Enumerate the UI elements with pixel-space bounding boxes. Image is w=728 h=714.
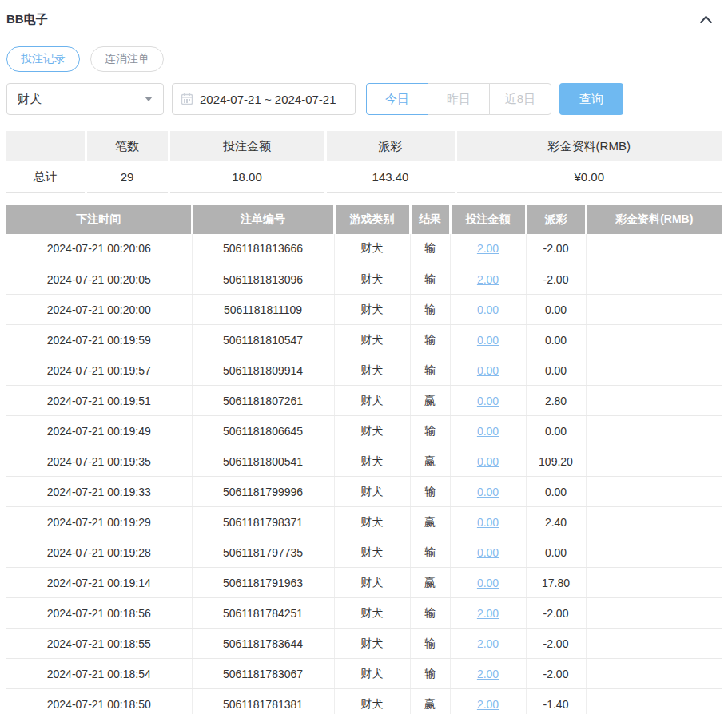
bet-time: 2024-07-21 00:20:06 bbox=[6, 234, 192, 264]
game-select[interactable]: 财犬 bbox=[6, 83, 164, 115]
bet-id: 5061181813096 bbox=[192, 264, 334, 295]
bet-payout: -2.00 bbox=[526, 659, 586, 689]
bet-id: 5061181799996 bbox=[192, 477, 334, 507]
quick-range-group: 今日 昨日 近8日 bbox=[366, 83, 551, 115]
bet-amount-link[interactable]: 0.00 bbox=[477, 455, 499, 468]
summary-header-bonus: 彩金资料(RMB) bbox=[455, 131, 722, 161]
bet-game: 财犬 bbox=[334, 446, 410, 477]
bet-amount-link[interactable]: 0.00 bbox=[477, 303, 499, 316]
bet-bonus bbox=[586, 477, 722, 507]
bet-bonus bbox=[586, 537, 722, 568]
quick-range-yesterday[interactable]: 昨日 bbox=[428, 83, 490, 115]
date-range-input[interactable]: 2024-07-21 ~ 2024-07-21 bbox=[172, 83, 356, 115]
header-bet-id: 注单编号 bbox=[192, 205, 334, 234]
bet-game: 财犬 bbox=[334, 416, 410, 446]
table-row: 2024-07-21 00:19:33 5061181799996 财犬 输 0… bbox=[6, 477, 722, 507]
bet-id: 5061181800541 bbox=[192, 446, 334, 477]
quick-range-today[interactable]: 今日 bbox=[366, 83, 428, 115]
bet-time: 2024-07-21 00:19:35 bbox=[6, 446, 192, 477]
table-row: 2024-07-21 00:19:29 5061181798371 财犬 赢 0… bbox=[6, 507, 722, 537]
table-row: 2024-07-21 00:19:14 5061181791963 财犬 赢 0… bbox=[6, 568, 722, 598]
bet-amount-link[interactable]: 0.00 bbox=[477, 486, 499, 498]
bet-bonus bbox=[586, 689, 722, 714]
bet-payout: -2.00 bbox=[526, 629, 586, 659]
summary-header-payout: 派彩 bbox=[325, 131, 455, 161]
query-button[interactable]: 查询 bbox=[559, 83, 623, 115]
bet-amount-link[interactable]: 0.00 bbox=[477, 395, 499, 407]
summary-total-bonus: ¥0.00 bbox=[455, 161, 722, 192]
bet-amount-link[interactable]: 2.00 bbox=[477, 273, 499, 286]
summary-total-bet-amount: 18.00 bbox=[169, 161, 325, 192]
header-game-type: 游戏类别 bbox=[334, 205, 410, 234]
bet-amount-link[interactable]: 2.00 bbox=[477, 242, 499, 255]
bet-bonus bbox=[586, 507, 722, 537]
bet-records-table: 下注时间 注单编号 游戏类别 结果 投注金额 派彩 彩金资料(RMB) 2024… bbox=[6, 205, 722, 714]
bet-payout: 0.00 bbox=[526, 477, 586, 507]
bet-amount-link[interactable]: 2.00 bbox=[477, 668, 499, 680]
collapse-panel-button[interactable] bbox=[698, 14, 714, 25]
table-row: 2024-07-21 00:19:51 5061181807261 财犬 赢 0… bbox=[6, 386, 722, 416]
bet-game: 财犬 bbox=[334, 386, 410, 416]
bet-amount-link[interactable]: 0.00 bbox=[477, 334, 499, 347]
bet-result: 赢 bbox=[410, 386, 450, 416]
bet-time: 2024-07-21 00:20:05 bbox=[6, 264, 192, 295]
summary-total-label: 总计 bbox=[6, 161, 86, 192]
summary-header-blank bbox=[6, 131, 86, 161]
bet-amount-link[interactable]: 2.00 bbox=[477, 607, 499, 620]
bet-amount-link[interactable]: 0.00 bbox=[477, 364, 499, 377]
panel-header: BB电子 bbox=[6, 10, 722, 29]
bet-time: 2024-07-21 00:19:14 bbox=[6, 568, 192, 598]
bet-id: 5061181813666 bbox=[192, 234, 334, 264]
bet-time: 2024-07-21 00:18:55 bbox=[6, 629, 192, 659]
quick-range-last-8-days[interactable]: 近8日 bbox=[489, 83, 551, 115]
bet-time: 2024-07-21 00:19:51 bbox=[6, 386, 192, 416]
caret-down-icon bbox=[145, 97, 153, 101]
table-row: 2024-07-21 00:19:57 5061181809914 财犬 输 0… bbox=[6, 355, 722, 386]
bet-result: 输 bbox=[410, 234, 450, 264]
table-row: 2024-07-21 00:20:05 5061181813096 财犬 输 2… bbox=[6, 264, 722, 295]
summary-total-row: 总计 29 18.00 143.40 ¥0.00 bbox=[6, 161, 722, 192]
bet-amount-link[interactable]: 2.00 bbox=[477, 698, 499, 711]
bet-bonus bbox=[586, 386, 722, 416]
bet-id: 5061181807261 bbox=[192, 386, 334, 416]
bet-result: 赢 bbox=[410, 446, 450, 477]
bet-bonus bbox=[586, 234, 722, 264]
bet-payout: 0.00 bbox=[526, 325, 586, 355]
bet-amount-link[interactable]: 2.00 bbox=[477, 637, 499, 650]
bet-payout: -2.00 bbox=[526, 234, 586, 264]
bet-amount-link[interactable]: 0.00 bbox=[477, 577, 499, 589]
tab-cancelled-bets[interactable]: 连消注单 bbox=[90, 46, 164, 72]
bet-time: 2024-07-21 00:18:56 bbox=[6, 598, 192, 629]
bet-game: 财犬 bbox=[334, 507, 410, 537]
bet-payout: 109.20 bbox=[526, 446, 586, 477]
header-bet-time: 下注时间 bbox=[6, 205, 192, 234]
summary-header-row: 笔数 投注金额 派彩 彩金资料(RMB) bbox=[6, 131, 722, 161]
bet-time: 2024-07-21 00:19:49 bbox=[6, 416, 192, 446]
bet-id: 5061181809914 bbox=[192, 355, 334, 386]
bet-bonus bbox=[586, 325, 722, 355]
game-select-value: 财犬 bbox=[18, 92, 42, 107]
table-row: 2024-07-21 00:20:06 5061181813666 财犬 输 2… bbox=[6, 234, 722, 264]
bet-amount-link[interactable]: 0.00 bbox=[477, 546, 499, 559]
bet-id: 5061181811109 bbox=[192, 295, 334, 325]
bet-result: 输 bbox=[410, 295, 450, 325]
bet-result: 输 bbox=[410, 355, 450, 386]
summary-table: 笔数 投注金额 派彩 彩金资料(RMB) 总计 29 18.00 143.40 … bbox=[6, 131, 722, 193]
bet-result: 输 bbox=[410, 537, 450, 568]
table-row: 2024-07-21 00:18:54 5061181783067 财犬 输 2… bbox=[6, 659, 722, 689]
bet-game: 财犬 bbox=[334, 629, 410, 659]
bet-time: 2024-07-21 00:19:29 bbox=[6, 507, 192, 537]
bet-time: 2024-07-21 00:20:00 bbox=[6, 295, 192, 325]
bet-amount-link[interactable]: 0.00 bbox=[477, 425, 499, 438]
bet-amount-link[interactable]: 0.00 bbox=[477, 516, 499, 529]
tab-bet-records[interactable]: 投注记录 bbox=[6, 46, 80, 72]
bet-payout: 0.00 bbox=[526, 295, 586, 325]
bet-payout: -1.40 bbox=[526, 689, 586, 714]
bet-payout: 0.00 bbox=[526, 537, 586, 568]
bet-game: 财犬 bbox=[334, 568, 410, 598]
summary-total-count: 29 bbox=[86, 161, 169, 192]
bet-bonus bbox=[586, 295, 722, 325]
bet-result: 赢 bbox=[410, 507, 450, 537]
bet-bonus bbox=[586, 355, 722, 386]
bet-bonus bbox=[586, 446, 722, 477]
